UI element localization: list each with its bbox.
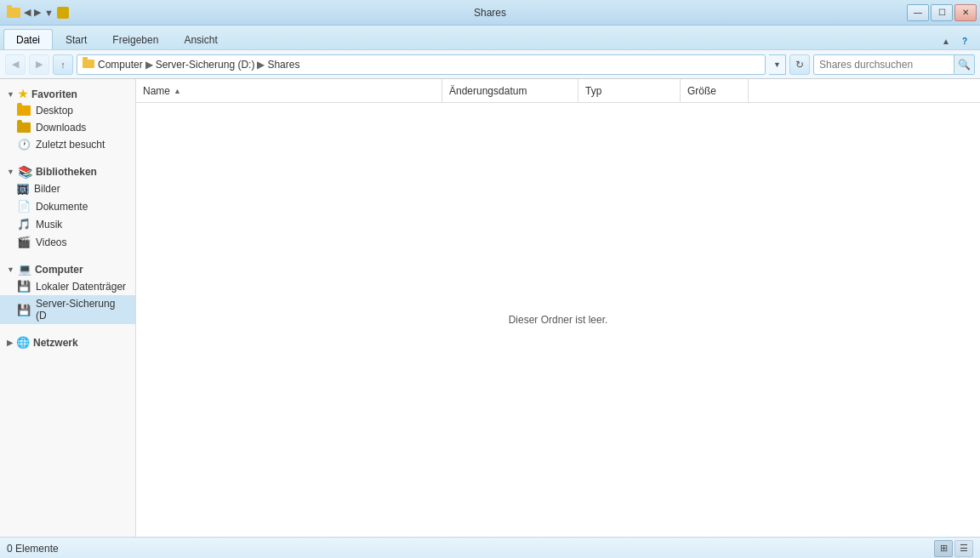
sidebar-section-favorites[interactable]: ▼ ★ Favoriten [0,83,135,102]
expand-bibliotheken-icon: ▼ [7,168,14,176]
sort-arrow-icon: ▲ [174,87,181,95]
title-bar-left: ◀ ▶ ▼ [7,7,69,19]
path-segment-computer: Computer [98,59,143,71]
column-headers: Name ▲ Änderungsdatum Typ Größe [136,79,980,103]
sidebar-section-netzwerk[interactable]: ▶ 🌐 Netzwerk [0,331,135,350]
view-details-button[interactable]: ☰ [954,540,973,557]
sidebar-section-computer[interactable]: ▼ 💻 Computer [0,258,135,277]
window-title: Shares [474,7,506,19]
ribbon: Datei Start Freigeben Ansicht ▲ ? [0,26,980,50]
ribbon-end-controls: ▲ ? [937,32,977,49]
recent-icon: 🕐 [17,139,31,151]
lokaler-drive-icon: 💾 [17,280,31,293]
path-arrow-2: ▶ [257,59,265,71]
sidebar-item-recent-label: Zuletzt besucht [36,139,105,151]
title-bar: ◀ ▶ ▼ Shares — ☐ ✕ [0,0,980,26]
path-folder-icon [83,59,94,71]
path-arrow-1: ▶ [145,59,153,71]
tab-start[interactable]: Start [53,29,100,49]
toolbar-icon-2: ▶ [34,7,41,18]
column-header-size[interactable]: Größe [681,79,749,102]
downloads-folder-icon [17,122,31,133]
ribbon-tab-bar: Datei Start Freigeben Ansicht ▲ ? [0,26,980,49]
sidebar-item-musik[interactable]: 🎵 Musik [0,215,135,233]
expand-favorites-icon: ▼ [7,90,14,99]
sidebar-item-server[interactable]: 💾 Server-Sicherung (D [0,295,135,324]
forward-button[interactable]: ▶ [29,54,49,75]
refresh-button[interactable]: ↻ [789,54,810,75]
sidebar-item-downloads[interactable]: Downloads [0,119,135,136]
up-button[interactable]: ↑ [53,54,73,75]
bibliotheken-lib-icon: 📚 [18,165,32,179]
expand-netzwerk-icon: ▶ [7,339,13,347]
netzwerk-icon: 🌐 [16,336,30,349]
tab-datei[interactable]: Datei [3,29,53,49]
sidebar-section-bibliotheken[interactable]: ▼ 📚 Bibliotheken [0,160,135,180]
main-area: ▼ ★ Favoriten Desktop Downloads 🕐 Zuletz… [0,79,980,537]
sidebar-item-dokumente-label: Dokumente [36,201,88,213]
expand-computer-icon: ▼ [7,265,14,274]
sidebar-item-bilder[interactable]: 🖼 Bilder [0,180,135,197]
column-header-date[interactable]: Änderungsdatum [442,79,578,102]
sidebar-item-server-label: Server-Sicherung (D [36,298,128,322]
address-bar: ◀ ▶ ↑ Computer ▶ Server-Sicherung (D:) ▶… [0,50,980,79]
search-button[interactable]: 🔍 [954,54,974,75]
close-button[interactable]: ✕ [954,4,977,21]
netzwerk-label: Netzwerk [33,337,78,349]
toolbar-icon-1: ◀ [24,7,31,18]
window-controls: — ☐ ✕ [907,4,977,21]
path-segment-shares: Shares [267,59,299,71]
tab-ansicht[interactable]: Ansicht [171,29,230,49]
address-path[interactable]: Computer ▶ Server-Sicherung (D:) ▶ Share… [77,54,766,75]
help-button[interactable]: ? [956,32,973,49]
sidebar-item-desktop-label: Desktop [36,105,73,117]
sidebar-item-musik-label: Musik [36,219,62,231]
computer-label: Computer [35,264,83,276]
status-text: 0 Elemente [7,543,59,555]
view-list-icon: ⊞ [940,543,948,554]
back-button[interactable]: ◀ [5,54,26,75]
minimize-button[interactable]: — [907,4,929,21]
sidebar-item-recent[interactable]: 🕐 Zuletzt besucht [0,136,135,153]
sidebar-item-downloads-label: Downloads [36,122,86,134]
sidebar-item-videos-label: Videos [36,236,66,248]
sidebar-item-dokumente[interactable]: 📄 Dokumente [0,197,135,215]
server-drive-icon: 💾 [17,304,31,316]
status-bar: 0 Elemente ⊞ ☰ [0,537,980,558]
videos-icon: 🎬 [17,236,31,248]
empty-folder-message: Dieser Ordner ist leer. [509,314,608,326]
dokumente-icon: 📄 [17,200,31,213]
maximize-button[interactable]: ☐ [931,4,953,21]
view-toggle-buttons: ⊞ ☰ [934,540,973,557]
app-icon [7,8,20,18]
computer-icon: 💻 [18,263,31,276]
bilder-icon: 🖼 [17,184,29,194]
column-header-name[interactable]: Name ▲ [136,79,442,102]
tab-freigeben[interactable]: Freigeben [100,29,171,49]
favorites-label: Favoriten [31,88,77,100]
content-body: Dieser Ordner ist leer. [136,103,980,537]
sidebar-item-bilder-label: Bilder [34,183,60,195]
favorites-star-icon: ★ [18,88,28,100]
ribbon-collapse-button[interactable]: ▲ [937,32,954,49]
search-box: 🔍 [813,54,975,75]
sidebar: ▼ ★ Favoriten Desktop Downloads 🕐 Zuletz… [0,79,136,537]
musik-icon: 🎵 [17,218,31,231]
desktop-folder-icon [17,105,31,116]
sidebar-item-lokaler[interactable]: 💾 Lokaler Datenträger [0,277,135,295]
search-input[interactable] [814,59,954,71]
bibliotheken-label: Bibliotheken [36,166,97,178]
content-area: Name ▲ Änderungsdatum Typ Größe Dieser O… [136,79,980,537]
sidebar-item-lokaler-label: Lokaler Datenträger [36,281,126,293]
view-list-button[interactable]: ⊞ [934,540,953,557]
sidebar-item-desktop[interactable]: Desktop [0,102,135,119]
path-segment-drive: Server-Sicherung (D:) [156,59,255,71]
toolbar-icon-3: ▼ [44,8,54,18]
column-header-type[interactable]: Typ [578,79,681,102]
quick-access-icon [57,7,69,19]
address-dropdown-button[interactable]: ▼ [769,54,786,75]
sidebar-item-videos[interactable]: 🎬 Videos [0,233,135,251]
view-details-icon: ☰ [960,543,968,554]
